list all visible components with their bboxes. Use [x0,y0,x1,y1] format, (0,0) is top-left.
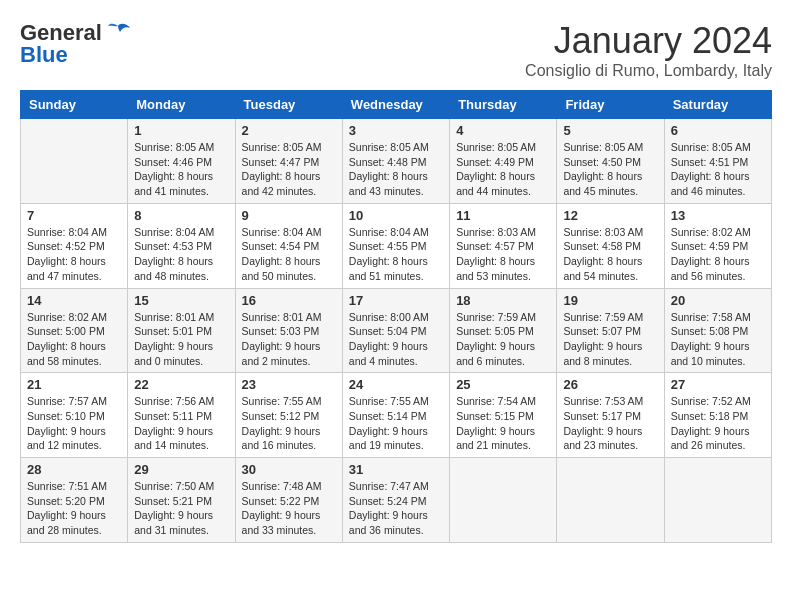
day-info: Sunrise: 8:01 AM Sunset: 5:03 PM Dayligh… [242,310,336,369]
calendar-cell: 30Sunrise: 7:48 AM Sunset: 5:22 PM Dayli… [235,458,342,543]
header-thursday: Thursday [450,91,557,119]
day-info: Sunrise: 8:02 AM Sunset: 4:59 PM Dayligh… [671,225,765,284]
calendar-cell: 17Sunrise: 8:00 AM Sunset: 5:04 PM Dayli… [342,288,449,373]
header-saturday: Saturday [664,91,771,119]
calendar-cell: 16Sunrise: 8:01 AM Sunset: 5:03 PM Dayli… [235,288,342,373]
calendar-cell: 10Sunrise: 8:04 AM Sunset: 4:55 PM Dayli… [342,203,449,288]
day-info: Sunrise: 8:01 AM Sunset: 5:01 PM Dayligh… [134,310,228,369]
day-number: 12 [563,208,657,223]
day-info: Sunrise: 8:00 AM Sunset: 5:04 PM Dayligh… [349,310,443,369]
calendar-cell: 12Sunrise: 8:03 AM Sunset: 4:58 PM Dayli… [557,203,664,288]
day-info: Sunrise: 7:47 AM Sunset: 5:24 PM Dayligh… [349,479,443,538]
calendar-cell [21,119,128,204]
week-row-1: 7Sunrise: 8:04 AM Sunset: 4:52 PM Daylig… [21,203,772,288]
day-info: Sunrise: 7:51 AM Sunset: 5:20 PM Dayligh… [27,479,121,538]
day-info: Sunrise: 8:05 AM Sunset: 4:47 PM Dayligh… [242,140,336,199]
day-number: 28 [27,462,121,477]
day-number: 25 [456,377,550,392]
calendar-cell: 26Sunrise: 7:53 AM Sunset: 5:17 PM Dayli… [557,373,664,458]
calendar-cell: 25Sunrise: 7:54 AM Sunset: 5:15 PM Dayli… [450,373,557,458]
day-number: 20 [671,293,765,308]
calendar-cell [664,458,771,543]
day-info: Sunrise: 8:03 AM Sunset: 4:58 PM Dayligh… [563,225,657,284]
header-friday: Friday [557,91,664,119]
calendar-header-row: SundayMondayTuesdayWednesdayThursdayFrid… [21,91,772,119]
calendar-cell [557,458,664,543]
day-number: 24 [349,377,443,392]
header-sunday: Sunday [21,91,128,119]
day-number: 15 [134,293,228,308]
day-number: 27 [671,377,765,392]
header-monday: Monday [128,91,235,119]
day-info: Sunrise: 7:59 AM Sunset: 5:07 PM Dayligh… [563,310,657,369]
calendar-cell: 9Sunrise: 8:04 AM Sunset: 4:54 PM Daylig… [235,203,342,288]
title-section: January 2024 Consiglio di Rumo, Lombardy… [525,20,772,80]
day-number: 4 [456,123,550,138]
calendar-cell: 20Sunrise: 7:58 AM Sunset: 5:08 PM Dayli… [664,288,771,373]
day-info: Sunrise: 8:05 AM Sunset: 4:50 PM Dayligh… [563,140,657,199]
day-info: Sunrise: 7:53 AM Sunset: 5:17 PM Dayligh… [563,394,657,453]
day-number: 23 [242,377,336,392]
day-number: 19 [563,293,657,308]
calendar-cell: 3Sunrise: 8:05 AM Sunset: 4:48 PM Daylig… [342,119,449,204]
day-number: 31 [349,462,443,477]
day-info: Sunrise: 7:52 AM Sunset: 5:18 PM Dayligh… [671,394,765,453]
day-info: Sunrise: 7:56 AM Sunset: 5:11 PM Dayligh… [134,394,228,453]
day-info: Sunrise: 7:55 AM Sunset: 5:12 PM Dayligh… [242,394,336,453]
calendar-cell: 24Sunrise: 7:55 AM Sunset: 5:14 PM Dayli… [342,373,449,458]
calendar-cell: 2Sunrise: 8:05 AM Sunset: 4:47 PM Daylig… [235,119,342,204]
day-number: 17 [349,293,443,308]
day-info: Sunrise: 8:05 AM Sunset: 4:48 PM Dayligh… [349,140,443,199]
calendar-cell: 23Sunrise: 7:55 AM Sunset: 5:12 PM Dayli… [235,373,342,458]
calendar-cell: 19Sunrise: 7:59 AM Sunset: 5:07 PM Dayli… [557,288,664,373]
day-info: Sunrise: 7:58 AM Sunset: 5:08 PM Dayligh… [671,310,765,369]
day-info: Sunrise: 8:03 AM Sunset: 4:57 PM Dayligh… [456,225,550,284]
day-number: 11 [456,208,550,223]
calendar-cell: 4Sunrise: 8:05 AM Sunset: 4:49 PM Daylig… [450,119,557,204]
day-info: Sunrise: 7:50 AM Sunset: 5:21 PM Dayligh… [134,479,228,538]
day-info: Sunrise: 7:59 AM Sunset: 5:05 PM Dayligh… [456,310,550,369]
logo: General Blue [20,20,132,68]
day-number: 18 [456,293,550,308]
day-number: 26 [563,377,657,392]
calendar-table: SundayMondayTuesdayWednesdayThursdayFrid… [20,90,772,543]
header-tuesday: Tuesday [235,91,342,119]
calendar-cell: 28Sunrise: 7:51 AM Sunset: 5:20 PM Dayli… [21,458,128,543]
calendar-cell: 27Sunrise: 7:52 AM Sunset: 5:18 PM Dayli… [664,373,771,458]
day-number: 2 [242,123,336,138]
calendar-cell: 31Sunrise: 7:47 AM Sunset: 5:24 PM Dayli… [342,458,449,543]
day-number: 21 [27,377,121,392]
day-number: 3 [349,123,443,138]
day-info: Sunrise: 7:57 AM Sunset: 5:10 PM Dayligh… [27,394,121,453]
calendar-cell: 21Sunrise: 7:57 AM Sunset: 5:10 PM Dayli… [21,373,128,458]
calendar-cell: 7Sunrise: 8:04 AM Sunset: 4:52 PM Daylig… [21,203,128,288]
week-row-0: 1Sunrise: 8:05 AM Sunset: 4:46 PM Daylig… [21,119,772,204]
calendar-cell: 22Sunrise: 7:56 AM Sunset: 5:11 PM Dayli… [128,373,235,458]
calendar-cell: 5Sunrise: 8:05 AM Sunset: 4:50 PM Daylig… [557,119,664,204]
calendar-cell: 1Sunrise: 8:05 AM Sunset: 4:46 PM Daylig… [128,119,235,204]
calendar-cell: 14Sunrise: 8:02 AM Sunset: 5:00 PM Dayli… [21,288,128,373]
calendar-cell: 13Sunrise: 8:02 AM Sunset: 4:59 PM Dayli… [664,203,771,288]
day-number: 13 [671,208,765,223]
day-info: Sunrise: 8:04 AM Sunset: 4:53 PM Dayligh… [134,225,228,284]
logo-bird-icon [104,22,132,44]
header-wednesday: Wednesday [342,91,449,119]
week-row-2: 14Sunrise: 8:02 AM Sunset: 5:00 PM Dayli… [21,288,772,373]
day-number: 9 [242,208,336,223]
day-number: 30 [242,462,336,477]
day-info: Sunrise: 8:05 AM Sunset: 4:49 PM Dayligh… [456,140,550,199]
day-number: 22 [134,377,228,392]
day-info: Sunrise: 7:55 AM Sunset: 5:14 PM Dayligh… [349,394,443,453]
day-info: Sunrise: 8:02 AM Sunset: 5:00 PM Dayligh… [27,310,121,369]
day-info: Sunrise: 8:04 AM Sunset: 4:55 PM Dayligh… [349,225,443,284]
week-row-3: 21Sunrise: 7:57 AM Sunset: 5:10 PM Dayli… [21,373,772,458]
calendar-cell: 29Sunrise: 7:50 AM Sunset: 5:21 PM Dayli… [128,458,235,543]
day-info: Sunrise: 7:54 AM Sunset: 5:15 PM Dayligh… [456,394,550,453]
day-info: Sunrise: 8:05 AM Sunset: 4:46 PM Dayligh… [134,140,228,199]
calendar-title: January 2024 [525,20,772,62]
calendar-cell: 8Sunrise: 8:04 AM Sunset: 4:53 PM Daylig… [128,203,235,288]
calendar-subtitle: Consiglio di Rumo, Lombardy, Italy [525,62,772,80]
day-number: 7 [27,208,121,223]
logo-blue-text: Blue [20,42,68,68]
day-info: Sunrise: 7:48 AM Sunset: 5:22 PM Dayligh… [242,479,336,538]
